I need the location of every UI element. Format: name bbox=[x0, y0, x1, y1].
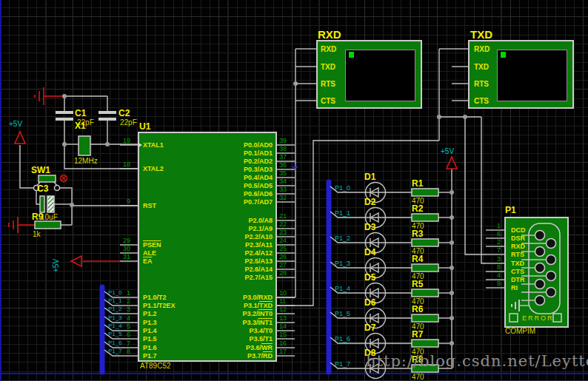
terminal-pin-label: RXD bbox=[474, 45, 490, 53]
resistor-R5[interactable] bbox=[412, 289, 438, 297]
db9-pin bbox=[535, 231, 545, 240]
crystal-x1[interactable] bbox=[78, 136, 90, 155]
mcu-part: AT89C52 bbox=[140, 362, 171, 370]
power-arrow-5v[interactable] bbox=[447, 157, 457, 169]
mcu-pin-number: 33 bbox=[279, 186, 287, 193]
terminal-pin-label: CTS bbox=[474, 97, 489, 105]
mcu-pin-number: 14 bbox=[279, 323, 287, 330]
mcu-pin-label: P3.3/INT1 bbox=[141, 319, 273, 326]
terminal-cursor bbox=[501, 52, 506, 58]
c2-ref: C2 bbox=[118, 108, 130, 118]
mcu-pin-number: 25 bbox=[279, 245, 287, 252]
mcu-pin-label: P2.3/A11 bbox=[141, 241, 273, 249]
mcu-pin-number: 39 bbox=[279, 137, 287, 144]
net-label: P1_0 bbox=[108, 289, 122, 296]
net-label: P1_6 bbox=[108, 340, 122, 346]
resistor-R2[interactable] bbox=[412, 214, 438, 221]
resistor-ref: R4 bbox=[412, 254, 423, 264]
junction-dot bbox=[62, 94, 67, 98]
mcu-pin-number: 12 bbox=[279, 306, 287, 313]
resistor-ref: R5 bbox=[412, 279, 423, 289]
terminal-pin-label: TXD bbox=[474, 63, 489, 71]
resistor-ref: R1 bbox=[412, 178, 423, 189]
db9-pin bbox=[535, 280, 545, 289]
watermark: http://blog.csdn.net/Leytton bbox=[366, 352, 588, 370]
mcu-pin-number: 22 bbox=[279, 220, 287, 228]
capacitor-c2[interactable] bbox=[98, 111, 116, 114]
mcu-pin-number: 23 bbox=[279, 229, 287, 236]
pin-name-overline: INT0 bbox=[258, 310, 273, 317]
resistor-R3[interactable] bbox=[412, 239, 438, 246]
net-label: P1_7 bbox=[335, 360, 350, 368]
resistor-value: 470 bbox=[412, 373, 424, 381]
compim-pin-number: 9 bbox=[483, 280, 501, 287]
r9-value: 1k bbox=[33, 230, 41, 238]
mcu-pin-label: P3.7/RD bbox=[141, 352, 273, 360]
resistor-R4[interactable] bbox=[412, 264, 438, 272]
led-ref: D5 bbox=[364, 272, 375, 283]
pin-name: P3.7/ bbox=[247, 352, 263, 360]
pin-name: P3.4/T0 bbox=[249, 327, 273, 334]
r9-ref: R9 bbox=[32, 212, 43, 222]
wire-layer bbox=[0, 0, 588, 381]
mcu-pin-number: 29 bbox=[111, 237, 130, 244]
wire[interactable] bbox=[59, 188, 72, 225]
pin-name-overline: WR bbox=[261, 344, 273, 351]
pin-name: P2.6/A14 bbox=[244, 266, 273, 273]
mcu-pin-number: 35 bbox=[279, 169, 287, 177]
resistor-R1[interactable] bbox=[412, 189, 438, 196]
led-ref: D7 bbox=[364, 323, 375, 333]
compim-pin-label: TXD bbox=[511, 260, 524, 267]
compim-pin-label: DSR bbox=[511, 235, 525, 242]
mcu-pin-label: P2.4/A12 bbox=[141, 249, 273, 257]
power-label: +5V bbox=[9, 120, 22, 128]
pin-name: P0.5/AD5 bbox=[244, 182, 273, 189]
led-ref: D4 bbox=[364, 247, 375, 257]
resistor-R6[interactable] bbox=[412, 314, 438, 322]
capacitor-c2[interactable] bbox=[98, 118, 116, 121]
led-ref: D2 bbox=[364, 197, 375, 207]
mcu-pin-label: P2.0/A8 bbox=[141, 217, 273, 224]
resistor-R7[interactable] bbox=[412, 340, 438, 347]
pin-name: P3.2/ bbox=[242, 310, 258, 317]
mcu-pin-number: 10 bbox=[279, 289, 287, 297]
power-label: +5V bbox=[52, 259, 60, 272]
power-arrow-5v[interactable] bbox=[71, 256, 81, 266]
switch-sw1[interactable] bbox=[39, 175, 56, 182]
x1-value: 12MHz bbox=[74, 157, 98, 165]
pin-name: P0.6/AD6 bbox=[244, 190, 273, 198]
net-label: P1_4 bbox=[335, 285, 350, 292]
mcu-pin-number: 21 bbox=[279, 212, 287, 220]
net-label: P1_1 bbox=[335, 209, 350, 217]
mcu-pin-number: 19 bbox=[111, 137, 130, 144]
switch-actuator-icon bbox=[61, 176, 66, 181]
mcu-pin-label: P0.6/AD6 bbox=[141, 190, 273, 198]
sw1-ref: SW1 bbox=[31, 165, 50, 175]
c1-ref: C1 bbox=[75, 108, 86, 118]
net-label: P1_6 bbox=[335, 335, 350, 343]
ground-symbol[interactable] bbox=[9, 217, 18, 233]
mcu-pin-number: 13 bbox=[279, 314, 287, 322]
mcu-pin-label: P3.4/T0 bbox=[141, 327, 273, 334]
junction-dot bbox=[62, 142, 67, 146]
net-label: P1_7 bbox=[108, 348, 122, 354]
ground-symbol[interactable] bbox=[35, 87, 44, 105]
mcu-pin-number: 18 bbox=[111, 161, 130, 168]
resistor-ref: R7 bbox=[412, 329, 423, 340]
mcu-pin-label: P2.5/A13 bbox=[141, 257, 273, 265]
capacitor-c3[interactable] bbox=[47, 196, 54, 212]
terminal-pin-label: TXD bbox=[321, 63, 335, 71]
compim-pin-label: RI bbox=[511, 284, 518, 291]
db9-pin bbox=[535, 263, 545, 273]
capacitor-c1[interactable] bbox=[56, 118, 73, 121]
switch-terminal[interactable] bbox=[55, 186, 60, 191]
pin-name-overline: INT1 bbox=[258, 319, 273, 326]
resistor-R9[interactable] bbox=[35, 221, 61, 229]
power-arrow-5v[interactable] bbox=[15, 132, 25, 144]
capacitor-c1[interactable] bbox=[56, 111, 73, 114]
mcu-pin-label: P2.6/A14 bbox=[141, 266, 273, 273]
pin-name: P2.7/A15 bbox=[244, 274, 273, 281]
capacitor-c3[interactable] bbox=[40, 196, 44, 212]
junction-dot bbox=[450, 190, 454, 195]
db9-pin bbox=[535, 247, 545, 257]
